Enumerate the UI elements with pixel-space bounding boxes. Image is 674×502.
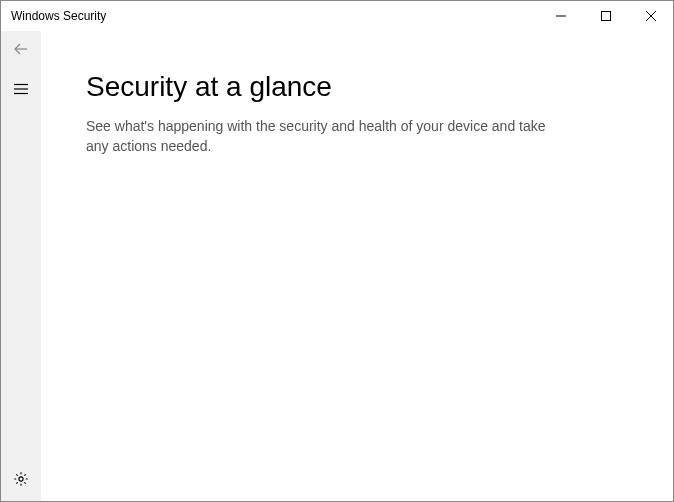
back-arrow-icon (13, 41, 29, 61)
maximize-button[interactable] (583, 1, 628, 31)
back-button[interactable] (1, 31, 41, 71)
svg-point-8 (19, 477, 23, 481)
window-title: Windows Security (1, 9, 538, 23)
minimize-button[interactable] (538, 1, 583, 31)
close-icon (646, 7, 656, 25)
svg-rect-1 (601, 12, 610, 21)
sidebar-spacer (1, 111, 41, 461)
titlebar: Windows Security (1, 1, 673, 31)
maximize-icon (601, 7, 611, 25)
main-content: Security at a glance See what's happenin… (41, 31, 673, 501)
window-controls (538, 1, 673, 31)
app-window: Windows Security (1, 1, 673, 501)
close-button[interactable] (628, 1, 673, 31)
menu-button[interactable] (1, 71, 41, 111)
minimize-icon (556, 7, 566, 25)
hamburger-icon (13, 81, 29, 101)
body-area: Security at a glance See what's happenin… (1, 31, 673, 501)
gear-icon (13, 471, 29, 491)
sidebar (1, 31, 41, 501)
settings-button[interactable] (1, 461, 41, 501)
page-description: See what's happening with the security a… (86, 117, 566, 156)
page-title: Security at a glance (86, 71, 625, 103)
